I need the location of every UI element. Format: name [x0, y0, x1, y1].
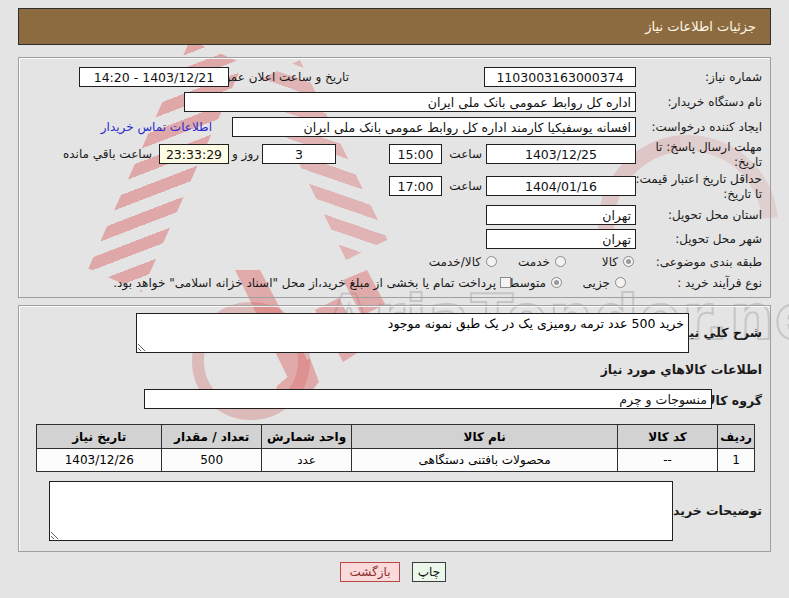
col-count-unit: واحد شمارش — [261, 425, 352, 449]
buyer-org-field[interactable] — [184, 92, 636, 112]
price-validity-date-field[interactable] — [486, 176, 636, 196]
table-row: 1 -- محصولات بافتنی دستگاهی عدد 500 1403… — [37, 449, 755, 472]
process-type-label: نوع فرآیند خرید : — [677, 276, 762, 290]
print-button-label: چاپ — [418, 565, 440, 579]
process-medium-radio[interactable] — [551, 277, 562, 288]
back-button[interactable]: بازگشت — [340, 562, 400, 582]
days-and-label: روز و — [232, 147, 259, 161]
col-row-number: ردیف — [718, 425, 755, 449]
days-remaining-field[interactable] — [262, 144, 336, 164]
classification-label: طبقه بندی موضوعی: — [656, 255, 762, 269]
cell-quantity: 500 — [162, 449, 261, 472]
cell-goods-name: محصولات بافتنی دستگاهی — [352, 449, 618, 472]
cell-count-unit: عدد — [261, 449, 352, 472]
hours-remaining-label: ساعت باقي مانده — [63, 147, 152, 161]
process-partial-radio[interactable] — [615, 277, 626, 288]
need-details-page: { "title": "جزئیات اطلاعات نیاز", "field… — [0, 0, 789, 598]
treasury-payment-checkbox[interactable] — [500, 277, 511, 288]
print-button[interactable]: چاپ — [412, 562, 446, 582]
description-textarea[interactable]: خرید 500 عدد ترمه رومیزی یک در یک طبق نم… — [136, 313, 689, 353]
goods-table-header-row: ردیف کد کالا نام کالا واحد شمارش تعداد /… — [37, 425, 755, 449]
col-quantity: تعداد / مقدار — [162, 425, 261, 449]
goods-info-groupbox: شرح كلي نياز: خرید 500 عدد ترمه رومیزی ی… — [18, 305, 771, 552]
classification-service-radio[interactable] — [555, 256, 566, 267]
delivery-province-label: استان محل تحویل: — [668, 208, 762, 222]
goods-group-field[interactable] — [144, 389, 712, 409]
cell-row-number: 1 — [718, 449, 755, 472]
request-creator-field[interactable] — [232, 117, 636, 137]
process-partial-option[interactable]: جزیی — [583, 276, 610, 290]
classification-goods-radio[interactable] — [623, 256, 634, 267]
response-deadline-date-field[interactable] — [486, 144, 636, 164]
classification-goods-service-radio[interactable] — [486, 256, 497, 267]
response-deadline-time-field[interactable] — [389, 144, 442, 164]
validity-hour-label: ساعت — [449, 179, 482, 193]
page-title-bar: جزئیات اطلاعات نیاز — [18, 8, 771, 45]
goods-section-title: اطلاعات كالاهاي مورد نياز — [601, 362, 762, 377]
need-number-label: شماره نیاز: — [705, 70, 762, 84]
response-deadline-label: مهلت ارسال پاسخ: تا تاریخ: — [632, 140, 762, 170]
goods-table: ردیف کد کالا نام کالا واحد شمارش تعداد /… — [36, 424, 755, 472]
delivery-province-field[interactable] — [486, 205, 636, 225]
col-goods-code: کد کالا — [617, 425, 717, 449]
deadline-hour-label: ساعت — [449, 147, 482, 161]
countdown-timer-field — [159, 144, 229, 164]
classification-goods-service-option[interactable]: کالا/خدمت — [429, 255, 481, 269]
classification-goods-option[interactable]: کالا — [602, 255, 618, 269]
need-number-field[interactable] — [484, 67, 636, 87]
buyer-contact-link[interactable]: اطلاعات تماس خریدار — [101, 120, 212, 134]
col-goods-name: نام کالا — [352, 425, 618, 449]
back-button-label: بازگشت — [350, 565, 391, 579]
buyer-notes-textarea[interactable] — [49, 481, 673, 541]
announce-datetime-field[interactable] — [79, 67, 229, 87]
request-creator-label: ایجاد کننده درخواست: — [651, 120, 762, 134]
delivery-city-label: شهر محل تحویل: — [675, 232, 762, 246]
cell-goods-code: -- — [617, 449, 717, 472]
process-medium-option[interactable]: متوسط — [508, 276, 546, 290]
col-need-date: تاریخ نیاز — [37, 425, 162, 449]
price-validity-time-field[interactable] — [389, 176, 442, 196]
treasury-payment-note: پرداخت تمام یا بخشی از مبلغ خرید،از محل … — [113, 276, 496, 290]
classification-service-option[interactable]: خدمت — [518, 255, 550, 269]
cell-need-date: 1403/12/26 — [37, 449, 162, 472]
buyer-org-label: نام دستگاه خریدار: — [668, 95, 763, 109]
page-title: جزئیات اطلاعات نیاز — [645, 19, 756, 34]
need-info-groupbox: شماره نیاز: تاریخ و ساعت اعلان عمومی: نا… — [18, 57, 771, 298]
price-validity-label: حداقل تاریخ اعتبار قیمت: تا تاریخ: — [632, 172, 762, 202]
delivery-city-field[interactable] — [486, 229, 636, 249]
